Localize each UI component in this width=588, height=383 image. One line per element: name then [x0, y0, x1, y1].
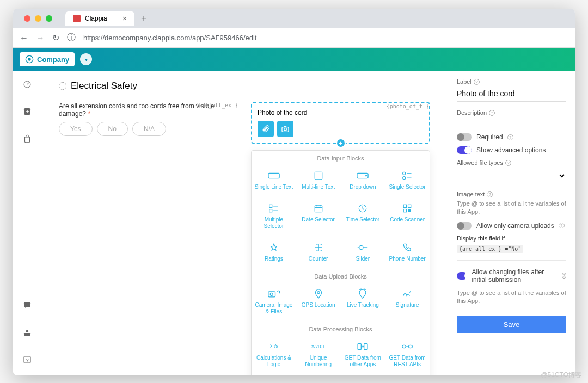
svg-point-1 [28, 58, 30, 60]
image-text-heading: Image text? [457, 191, 566, 197]
phone-number-icon [387, 242, 427, 254]
palette-item-code-scanner[interactable]: Code Scanner [385, 197, 430, 236]
svg-rect-32 [364, 344, 367, 350]
section-toggle-icon[interactable] [59, 82, 66, 90]
palette-item-slider[interactable]: Slider [341, 236, 385, 269]
card-title: Photo of the cord [258, 109, 424, 116]
window-minimize-icon[interactable] [35, 15, 41, 22]
svg-rect-31 [358, 344, 361, 350]
help-icon[interactable]: ? [489, 110, 495, 116]
palette-item-counter[interactable]: Counter [296, 236, 341, 269]
single-selector-icon [387, 170, 427, 182]
option-no[interactable]: No [97, 122, 128, 136]
window-close-icon[interactable] [24, 15, 30, 22]
palette-section-title: Data Input Blocks [252, 151, 430, 164]
only-camera-toggle-row[interactable]: Allow only camera uploads ? [457, 222, 566, 230]
help-icon[interactable]: ? [562, 273, 566, 279]
required-label: Required [476, 133, 503, 141]
palette-item-get-other-apps[interactable]: GET Data from other Apps [341, 335, 385, 374]
nav-user-icon[interactable] [22, 328, 33, 339]
palette-item-phone-number[interactable]: Phone Number [385, 236, 430, 269]
field-cords-damage[interactable]: {are_all_ex } Are all extension cords an… [59, 102, 238, 375]
svg-point-10 [284, 128, 287, 131]
svg-rect-11 [268, 173, 279, 178]
code-scanner-icon [387, 202, 427, 214]
allowed-types-heading: Allowed file types? [457, 159, 566, 166]
required-toggle-row[interactable]: Required ? [457, 133, 566, 141]
option-yes[interactable]: Yes [59, 122, 93, 136]
allowed-types-select[interactable] [457, 168, 566, 183]
nav-reload-icon[interactable]: ↻ [52, 33, 59, 43]
ratings-icon [254, 242, 294, 254]
add-block-below-button[interactable]: + [336, 138, 346, 148]
nav-add-icon[interactable] [22, 107, 33, 119]
palette-item-label: Unique Numbering [298, 355, 339, 368]
blocks-palette: Data Input BlocksSingle Line TextMulti-l… [251, 150, 430, 375]
nav-dashboard-icon[interactable] [22, 79, 33, 91]
palette-item-date-selector[interactable]: Date Selector [296, 197, 341, 236]
single-line-text-icon [254, 170, 294, 182]
palette-item-single-line-text[interactable]: Single Line Text [252, 164, 296, 197]
header-dropdown[interactable]: ▾ [80, 53, 92, 65]
tab-close-icon[interactable]: × [122, 14, 127, 23]
palette-item-label: Date Selector [298, 217, 339, 223]
palette-item-unique-numbering[interactable]: #A101Unique Numbering [296, 335, 341, 374]
label-input[interactable] [457, 87, 566, 102]
palette-section-title: Content Blocks [252, 374, 430, 375]
palette-item-multiple-selector[interactable]: Multiple Selector [252, 197, 296, 236]
advanced-toggle-row[interactable]: Show advanced options [457, 146, 566, 154]
palette-item-label: Calculations & Logic [254, 355, 294, 368]
address-bar[interactable]: https://democompany.clappia.com/app/SAF9… [83, 34, 568, 42]
browser-tab[interactable]: Clappia × [65, 11, 134, 26]
help-icon[interactable]: ? [505, 160, 511, 166]
palette-item-multi-line-text[interactable]: Multi-line Text [296, 164, 341, 197]
help-icon[interactable]: ? [487, 192, 493, 197]
get-rest-apis-icon [387, 341, 427, 353]
palette-item-time-selector[interactable]: Time Selector [341, 197, 385, 236]
help-icon[interactable]: ? [474, 79, 480, 85]
camera-button[interactable] [277, 121, 293, 137]
description-heading: Description? [457, 109, 566, 116]
attach-file-button[interactable] [258, 121, 274, 137]
palette-item-label: Counter [298, 256, 339, 262]
palette-item-drop-down[interactable]: Drop down [341, 164, 385, 197]
watermark: @51CTO博客 [541, 370, 581, 380]
site-info-icon[interactable]: ⓘ [67, 32, 76, 44]
save-button[interactable]: Save [457, 316, 566, 333]
palette-item-label: Phone Number [387, 256, 427, 262]
tab-title: Clappia [85, 15, 107, 22]
palette-item-camera-image-files[interactable]: Camera, Image & Files [252, 282, 296, 322]
nav-back-icon[interactable]: ← [20, 33, 28, 43]
svg-rect-18 [315, 206, 322, 212]
palette-item-single-selector[interactable]: Single Selector [385, 164, 430, 197]
palette-section-title: Data Upload Blocks [252, 269, 430, 282]
palette-item-label: Multi-line Text [298, 184, 339, 190]
svg-rect-4 [24, 302, 30, 307]
nav-chat-icon[interactable] [22, 300, 33, 312]
nav-forward-icon[interactable]: → [36, 33, 45, 43]
app-header: Company ▾ [13, 48, 575, 71]
svg-point-26 [270, 293, 273, 295]
palette-item-live-tracking[interactable]: Live Tracking [341, 282, 385, 322]
option-na[interactable]: N/A [132, 122, 166, 136]
company-badge[interactable]: Company [20, 52, 75, 66]
window-maximize-icon[interactable] [46, 15, 52, 22]
new-tab-button[interactable]: + [141, 13, 147, 24]
unique-numbering-icon: #A101 [298, 341, 339, 353]
nav-help-icon[interactable]: ? [22, 355, 33, 367]
palette-item-ratings[interactable]: Ratings [252, 236, 296, 269]
palette-item-label: Live Tracking [343, 302, 383, 308]
selected-field-card[interactable]: {photo_of_t } Photo of the cord + [251, 102, 430, 144]
nav-bag-icon[interactable] [22, 134, 33, 146]
palette-item-gps-location[interactable]: GPS Location [296, 282, 341, 322]
slider-icon [343, 242, 383, 254]
palette-item-signature[interactable]: Signature [385, 282, 430, 322]
help-icon[interactable]: ? [507, 134, 513, 140]
help-icon[interactable]: ? [559, 223, 565, 228]
allow-change-toggle-row[interactable]: Allow changing files after initial submi… [457, 268, 566, 283]
svg-rect-5 [24, 333, 30, 336]
palette-item-get-rest-apis[interactable]: GET Data from REST APIs [385, 335, 430, 374]
palette-item-calculations-logic[interactable]: ΣfxCalculations & Logic [252, 335, 296, 374]
allow-change-label: Allow changing files after initial submi… [471, 268, 557, 283]
palette-item-label: Time Selector [343, 217, 383, 223]
